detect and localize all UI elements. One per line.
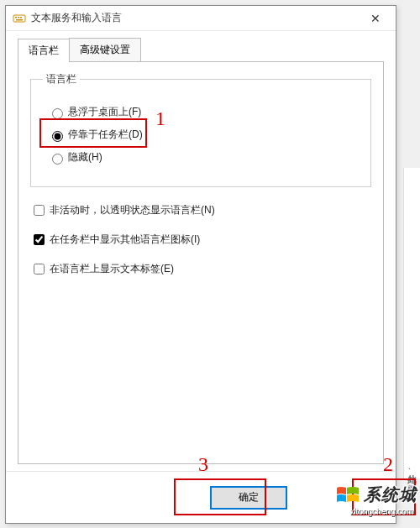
svg-rect-1 (15, 17, 17, 18)
checkbox-input[interactable] (34, 234, 45, 245)
svg-rect-2 (18, 17, 19, 18)
radio-hidden[interactable]: 隐藏(H) (48, 150, 359, 165)
svg-rect-0 (13, 15, 25, 22)
radio-input[interactable] (52, 131, 63, 142)
radio-label: 隐藏(H) (68, 150, 102, 165)
dialog-content: 语言栏 高级键设置 语言栏 悬浮于桌面上(F) 停靠于任务栏(D) (6, 31, 396, 471)
language-bar-group: 语言栏 悬浮于桌面上(F) 停靠于任务栏(D) 隐藏(H) (30, 72, 371, 187)
checkbox-label: 在语言栏上显示文本标签(E) (50, 262, 174, 276)
tab-advanced-keys[interactable]: 高级键设置 (69, 38, 141, 61)
radio-input[interactable] (52, 154, 63, 165)
background-window-fragment: 此处、 ）链结 (403, 168, 420, 478)
watermark-url: xitongcheng.com (349, 507, 413, 516)
svg-rect-3 (20, 17, 22, 18)
svg-rect-4 (16, 19, 23, 21)
tab-language-bar[interactable]: 语言栏 (18, 39, 70, 62)
close-icon: ✕ (370, 12, 381, 25)
fragment-text: 此处、 ）链结 (406, 467, 418, 478)
checkbox-label: 在任务栏中显示其他语言栏图标(I) (50, 233, 200, 247)
group-legend: 语言栏 (43, 72, 80, 86)
ok-button[interactable]: 确定 (211, 487, 286, 509)
tab-strip: 语言栏 高级键设置 (18, 38, 384, 61)
check-show-text-labels[interactable]: 在语言栏上显示文本标签(E) (30, 261, 371, 277)
titlebar: 文本服务和输入语言 ✕ (6, 6, 396, 31)
radio-label: 停靠于任务栏(D) (68, 128, 143, 142)
button-label: 确定 (239, 491, 259, 503)
radio-label: 悬浮于桌面上(F) (68, 105, 141, 119)
check-show-extra-icons[interactable]: 在任务栏中显示其他语言栏图标(I) (30, 232, 371, 248)
check-transparent-inactive[interactable]: 非活动时，以透明状态显示语言栏(N) (30, 202, 371, 218)
checkbox-input[interactable] (34, 264, 45, 274)
tab-label: 语言栏 (29, 44, 59, 56)
radio-input[interactable] (52, 108, 63, 119)
tab-panel: 语言栏 悬浮于桌面上(F) 停靠于任务栏(D) 隐藏(H) 非活动时， (18, 61, 384, 464)
close-button[interactable]: ✕ (359, 7, 392, 30)
tab-label: 高级键设置 (80, 44, 130, 55)
radio-dock-taskbar[interactable]: 停靠于任务栏(D) (48, 128, 359, 142)
checkbox-label: 非活动时，以透明状态显示语言栏(N) (50, 203, 215, 217)
dialog-footer: 确定 取消 (6, 471, 396, 523)
radio-float-desktop[interactable]: 悬浮于桌面上(F) (48, 105, 359, 119)
checkbox-group: 非活动时，以透明状态显示语言栏(N) 在任务栏中显示其他语言栏图标(I) 在语言… (30, 202, 371, 277)
window-title: 文本服务和输入语言 (31, 11, 359, 25)
checkbox-input[interactable] (34, 205, 45, 216)
dialog-window: 文本服务和输入语言 ✕ 语言栏 高级键设置 语言栏 悬浮于桌面上(F) (5, 5, 396, 524)
keyboard-icon (13, 12, 26, 25)
